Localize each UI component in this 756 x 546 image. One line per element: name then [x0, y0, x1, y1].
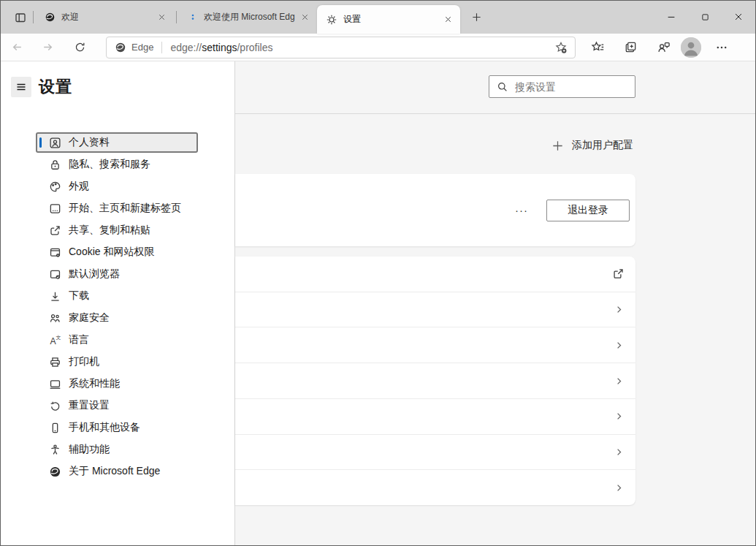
palette-icon — [49, 181, 61, 193]
minimize-button[interactable] — [654, 1, 688, 33]
sidebar-item-default-browser[interactable]: 默认浏览器 — [36, 264, 198, 284]
sidebar-item-system-performance[interactable]: 系统和性能 — [36, 374, 198, 394]
sidebar-item-label: 开始、主页和新建标签页 — [69, 202, 181, 215]
hamburger-icon — [15, 81, 27, 93]
navigation-toolbar: Edge edge://settings/profiles — [1, 34, 755, 61]
forward-icon — [42, 41, 54, 53]
new-tab-button[interactable] — [466, 7, 486, 28]
list-item[interactable] — [235, 470, 635, 505]
search-icon — [497, 81, 508, 93]
sidebar-item-cookies-permissions[interactable]: Cookie 和网站权限 — [36, 242, 198, 262]
download-icon — [49, 290, 61, 303]
sidebar-item-label: 外观 — [69, 180, 89, 193]
sidebar-item-about-edge[interactable]: 关于 Microsoft Edge — [36, 461, 198, 482]
plus-icon — [551, 140, 564, 152]
sidebar-item-label: 家庭安全 — [69, 311, 110, 325]
search-input[interactable] — [515, 81, 629, 93]
collections-button[interactable] — [619, 37, 641, 58]
external-link-icon — [612, 268, 625, 280]
favorites-button[interactable] — [587, 37, 608, 58]
reset-icon — [49, 400, 61, 412]
sidebar-item-label: 语言 — [69, 333, 89, 346]
back-button[interactable] — [7, 37, 27, 58]
chevron-right-icon — [614, 340, 625, 351]
address-bar[interactable]: Edge edge://settings/profiles — [106, 37, 576, 58]
edge-logo-icon — [115, 42, 126, 53]
sidebar-item-languages[interactable]: A文 语言 — [36, 330, 198, 350]
lock-icon — [49, 159, 61, 171]
settings-content: 添加用户配置 ··· 退出登录 — [235, 61, 755, 546]
profile-avatar[interactable] — [681, 37, 701, 58]
chevron-right-icon — [614, 482, 625, 493]
maximize-button[interactable] — [688, 1, 722, 33]
sidebar-item-start-home[interactable]: 开始、主页和新建标签页 — [36, 198, 198, 219]
sidebar-item-phone-devices[interactable]: 手机和其他设备 — [36, 417, 198, 438]
accessibility-icon — [49, 444, 61, 456]
settings-page: 设置 个人资料 隐私、搜索和服务 外观 开始、主页和新建标签页 — [1, 61, 755, 546]
sidebar-item-label: 系统和性能 — [69, 377, 120, 390]
feedback-icon — [657, 40, 671, 54]
profile-more-button[interactable]: ··· — [512, 201, 531, 219]
page-title: 设置 — [39, 76, 72, 98]
menu-toggle-button[interactable] — [11, 77, 31, 97]
tab-close-button[interactable] — [441, 13, 454, 26]
edge-logo-icon — [45, 12, 56, 23]
tab-bar: 欢迎 欢迎使用 Microsoft Edg 设置 — [1, 1, 755, 34]
url-text: edge://settings/profiles — [170, 42, 272, 53]
tab-separator — [176, 11, 177, 23]
sidebar-item-downloads[interactable]: 下载 — [36, 286, 198, 306]
settings-nav: 个人资料 隐私、搜索和服务 外观 开始、主页和新建标签页 共享、复制和粘贴 — [1, 132, 234, 482]
tab-loading-icon — [188, 12, 198, 23]
tab-settings[interactable]: 设置 — [317, 5, 460, 34]
sidebar-item-label: 重置设置 — [69, 399, 110, 412]
list-item-external[interactable] — [235, 257, 635, 292]
profile-settings-list — [235, 257, 635, 505]
add-favorite-button[interactable] — [551, 38, 570, 57]
profile-card-icon — [49, 137, 61, 149]
list-item[interactable] — [235, 435, 635, 471]
default-browser-icon — [49, 268, 61, 281]
list-item[interactable] — [235, 327, 635, 363]
family-icon — [49, 312, 61, 325]
feedback-button[interactable] — [652, 37, 674, 58]
sidebar-item-label: 辅助功能 — [69, 443, 110, 456]
sign-out-button[interactable]: 退出登录 — [546, 200, 630, 221]
site-badge-label: Edge — [131, 42, 153, 53]
list-item[interactable] — [235, 363, 635, 399]
tab-title: 设置 — [343, 13, 441, 26]
add-profile-button[interactable]: 添加用户配置 — [551, 139, 633, 152]
sidebar-item-label: 默认浏览器 — [69, 268, 120, 281]
sidebar-item-profiles[interactable]: 个人资料 — [36, 132, 198, 153]
sidebar-item-share-copy-paste[interactable]: 共享、复制和粘贴 — [36, 220, 198, 240]
language-icon: A文 — [49, 334, 61, 346]
tab-close-button[interactable] — [155, 11, 168, 24]
tab-welcome-edge[interactable]: 欢迎使用 Microsoft Edg — [179, 1, 317, 34]
close-icon — [733, 12, 744, 22]
browser-window: 欢迎 欢迎使用 Microsoft Edg 设置 — [0, 0, 756, 546]
settings-search-box[interactable] — [489, 75, 635, 98]
sidebar-item-family-safety[interactable]: 家庭安全 — [36, 308, 198, 328]
sidebar-item-appearance[interactable]: 外观 — [36, 176, 198, 197]
sidebar-item-accessibility[interactable]: 辅助功能 — [36, 439, 198, 460]
settings-more-button[interactable] — [711, 37, 733, 58]
sidebar-item-label: 打印机 — [69, 355, 99, 368]
sidebar-item-label: 关于 Microsoft Edge — [69, 465, 160, 478]
gear-icon — [326, 14, 337, 26]
settings-sidebar: 设置 个人资料 隐私、搜索和服务 外观 开始、主页和新建标签页 — [1, 61, 235, 546]
refresh-button[interactable] — [69, 37, 90, 58]
forward-button[interactable] — [37, 37, 58, 58]
tab-actions-button[interactable] — [10, 7, 31, 28]
edge-logo-icon — [49, 466, 61, 478]
sidebar-item-reset-settings[interactable]: 重置设置 — [36, 395, 198, 416]
tab-title: 欢迎使用 Microsoft Edg — [204, 11, 298, 23]
list-item[interactable] — [235, 292, 635, 328]
list-item[interactable] — [235, 399, 635, 435]
tab-welcome[interactable]: 欢迎 — [36, 1, 174, 34]
sidebar-item-printers[interactable]: 打印机 — [36, 352, 198, 372]
chevron-right-icon — [614, 447, 625, 458]
sidebar-item-privacy[interactable]: 隐私、搜索和服务 — [36, 154, 198, 175]
tab-close-button[interactable] — [298, 11, 311, 24]
close-window-button[interactable] — [722, 1, 755, 33]
sidebar-header: 设置 — [1, 76, 234, 98]
tab-separator — [33, 11, 34, 23]
